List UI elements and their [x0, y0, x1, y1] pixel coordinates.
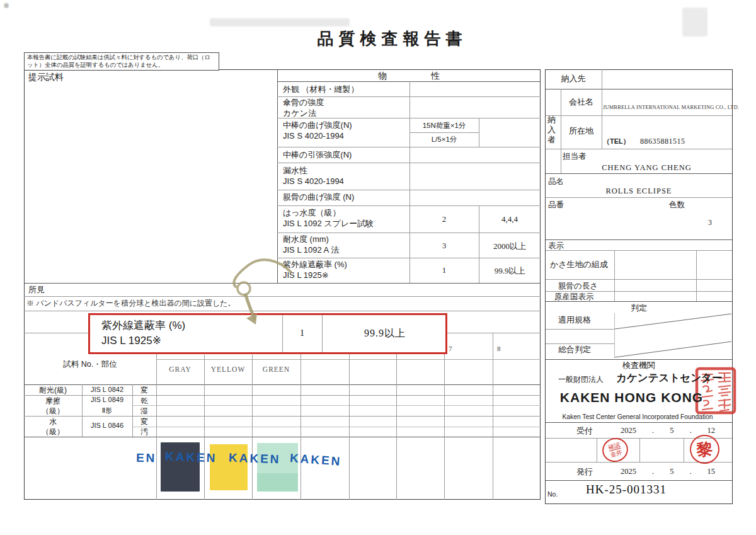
cond-rub-dry: 乾 — [132, 396, 156, 406]
prop-row-water-repellency: はっ水度（級）JIS L 1092 スプレー試験 — [283, 208, 374, 229]
name-seal-char: 黎 — [696, 437, 714, 461]
grid-line — [277, 96, 541, 97]
kaken-hk-name: KAKEN HONG KONG — [554, 390, 709, 405]
sample-part-header: 試料 No.・部位 — [24, 359, 156, 370]
qty-uv: 1 — [410, 265, 479, 275]
grid-line — [546, 173, 732, 174]
grid-line — [277, 190, 541, 190]
prop-row-shaft-tensile: 中棒の引張強度(N) — [283, 150, 352, 161]
method-jis-0846: JIS L 0846 — [82, 422, 132, 429]
prop-row-leakage: 漏水性JIS S 4020-1994 — [283, 166, 344, 187]
kaken-stamp-2: KAKEN — [229, 451, 281, 467]
grid-line — [24, 416, 541, 417]
grid-line — [546, 149, 732, 149]
grid-line — [546, 422, 732, 423]
grid-line — [252, 355, 253, 500]
test-rubbing-grade: （級） — [24, 406, 82, 417]
text-fragment: . — [689, 467, 691, 476]
text-fragment: 15 — [707, 467, 716, 476]
grid-line — [546, 197, 732, 198]
grid-line — [546, 239, 732, 240]
callout-method: JIS L 1925※ — [101, 334, 161, 347]
grid-line — [277, 205, 541, 206]
origin-label: 原産国表示 — [554, 292, 594, 302]
swatch-green-bottom — [257, 473, 298, 492]
grid-line — [132, 427, 541, 427]
text-fragment: JIS S 4020-1994 — [283, 131, 352, 142]
text-fragment: . — [652, 426, 654, 435]
findings-note: ※ バンドパスフィルターを積分球と検出器の間に設置した。 — [26, 298, 236, 309]
text-fragment — [615, 314, 731, 329]
specimen-label: 提示試料 — [28, 72, 64, 83]
text-fragment: はっ水度（級） — [283, 208, 374, 219]
qty-water-resistance: 3 — [410, 241, 479, 251]
method-jis-0849: JIS L 0849 — [82, 396, 132, 403]
kaken-stamp-partial: EN — [136, 451, 157, 466]
grid-line — [479, 118, 479, 147]
method-type2: Ⅱ形 — [82, 406, 132, 415]
company-value: JUMBRELLA INTERNATIONAL MARKETING CO., L… — [603, 105, 739, 110]
product-name-value: ROLLS ECLIPSE — [545, 187, 733, 196]
text-fragment: 5 — [670, 467, 673, 476]
text-fragment: 12 — [707, 426, 716, 435]
grid-line — [132, 405, 541, 406]
report-number: HK-25-001331 — [586, 483, 667, 497]
contact-value: CHENG YANG CHENG — [561, 163, 733, 173]
qty-water-repellency: 2 — [410, 214, 479, 224]
supplier-vertical-label: 納入者 — [547, 115, 557, 145]
text-fragment: カケン法 — [283, 108, 324, 119]
grid-line — [546, 480, 732, 481]
test-water-grade: （級） — [24, 427, 82, 437]
received-date: 2025.5.12 — [621, 426, 715, 435]
column-number-8: 8 — [497, 345, 501, 352]
grid-line — [546, 250, 732, 251]
grid-line — [546, 89, 732, 89]
grid-line — [602, 69, 602, 149]
color-column-green: GREEN — [252, 365, 301, 373]
scan-mark: ※ — [3, 1, 9, 10]
foundation-label: 一般財団法人 — [558, 374, 604, 385]
callout-value: 99.9以上 — [322, 327, 448, 340]
grid-line — [546, 343, 615, 344]
grid-line — [597, 438, 597, 462]
grid-line — [277, 163, 541, 163]
cond-water-change: 変 — [132, 417, 156, 427]
grid-line — [546, 279, 732, 280]
grid-line — [277, 147, 541, 147]
scan-artifact — [210, 18, 350, 26]
kaken-en-name: Kaken Test Center General Incorporated F… — [546, 413, 730, 420]
text-fragment: . — [689, 426, 691, 435]
prop-cond-2: L/5×1分 — [410, 135, 479, 144]
grid-line — [156, 333, 157, 500]
test-rubbing: 摩擦 — [24, 396, 82, 406]
cond-water-stain: 汚 — [132, 427, 156, 437]
overall-judgment-label: 総合判定 — [558, 345, 591, 355]
tel-value: 88635881515 — [640, 137, 685, 146]
method-jis-0842: JIS L 0842 — [82, 386, 132, 393]
grid-line — [396, 333, 397, 500]
grid-line — [696, 250, 697, 301]
cond-rub-wet: 湿 — [132, 406, 156, 417]
color-count-value: 3 — [693, 218, 712, 227]
page-title: 品質検査報告書 — [277, 28, 507, 50]
product-name-label: 品名 — [548, 176, 564, 187]
scan-artifact — [682, 8, 707, 37]
grid-line — [349, 333, 350, 500]
callout-name: 紫外線遮蔽率 (%) — [101, 318, 185, 333]
grid-line — [277, 258, 541, 258]
prop-cond-1: 15N荷重×1分 — [410, 121, 479, 130]
value-water-resistance: 2000以上 — [479, 241, 541, 252]
prop-row-appearance: 外観 （材料・縫製） — [283, 84, 359, 95]
color-column-yellow: YELLOW — [204, 365, 252, 373]
cond-lightfastness: 変 — [132, 385, 156, 396]
grid-line — [614, 250, 615, 301]
grid-line — [546, 115, 732, 116]
disclaimer-text: 本報告書に記載の試験結果は供試々料に対するものであり、荷口（ロット）全体の品質を… — [25, 53, 219, 70]
text-fragment — [719, 386, 730, 396]
test-water: 水 — [24, 417, 82, 427]
text-fragment: 2025 — [621, 467, 636, 476]
grid-line — [277, 81, 541, 82]
applied-standard-label: 適用規格 — [558, 315, 591, 326]
report-no-label: No. — [547, 490, 558, 498]
quality-inspection-report: ※ 品質検査報告書 本報告書に記載の試験結果は供試々料に対するものであり、荷口（… — [0, 0, 756, 535]
